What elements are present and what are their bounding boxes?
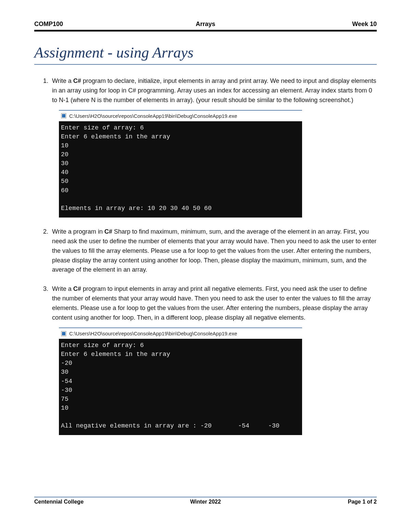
console-titlebar: C:\Users\H2O\source\repos\ConsoleApp19\b…: [59, 328, 302, 339]
assignment-list: Write a C# program to declare, initializ…: [34, 76, 377, 435]
list-item: Write a C# program to declare, initializ…: [50, 76, 377, 218]
footer-left: Centennial College: [34, 499, 148, 505]
console-app-icon: [61, 331, 66, 336]
console-titlebar: C:\Users\H2O\source\repos\ConsoleApp19\b…: [59, 111, 302, 121]
item-text-bold: C#: [104, 228, 112, 235]
item-text-mid: program to declare, initialize, input el…: [52, 77, 376, 103]
footer-page-total: 2: [374, 499, 377, 505]
console-app-icon: [61, 113, 66, 119]
list-item: Write a program in C# Sharp to find maxi…: [50, 227, 377, 275]
console-path: C:\Users\H2O\source\repos\ConsoleApp19\b…: [69, 330, 237, 337]
svg-rect-3: [62, 332, 65, 335]
footer-page-prefix: Page: [348, 499, 362, 505]
item-text-pre: Write a program in: [52, 228, 104, 235]
footer-right: Page 1 of 2: [263, 499, 377, 505]
console-output: Enter size of array: 6 Enter 6 elements …: [59, 121, 302, 218]
header-center: Arrays: [148, 21, 262, 28]
header-left: COMP100: [34, 21, 148, 28]
item-text-bold: C#: [73, 285, 81, 292]
item-text-pre: Write a: [52, 77, 73, 84]
header-right: Week 10: [263, 21, 377, 28]
page-footer: Centennial College Winter 2022 Page 1 of…: [34, 497, 377, 505]
list-item: Write a C# program to input elements in …: [50, 284, 377, 435]
console-output: Enter size of array: 6 Enter 6 elements …: [59, 339, 302, 435]
footer-page-current: 1: [362, 499, 365, 505]
item-text-pre: Write a: [52, 285, 73, 292]
console-window: C:\Users\H2O\source\repos\ConsoleApp19\b…: [59, 327, 302, 435]
item-text-mid: program to input elements in array and p…: [52, 285, 371, 321]
svg-rect-1: [62, 114, 65, 117]
console-path: C:\Users\H2O\source\repos\ConsoleApp19\b…: [69, 112, 237, 120]
footer-center: Winter 2022: [148, 499, 262, 505]
page-header: COMP100 Arrays Week 10: [34, 21, 377, 32]
item-text-bold: C#: [73, 77, 81, 84]
console-window: C:\Users\H2O\source\repos\ConsoleApp19\b…: [59, 110, 302, 218]
page-title: Assignment - using Arrays: [34, 44, 377, 65]
footer-page-of: of: [365, 499, 374, 505]
